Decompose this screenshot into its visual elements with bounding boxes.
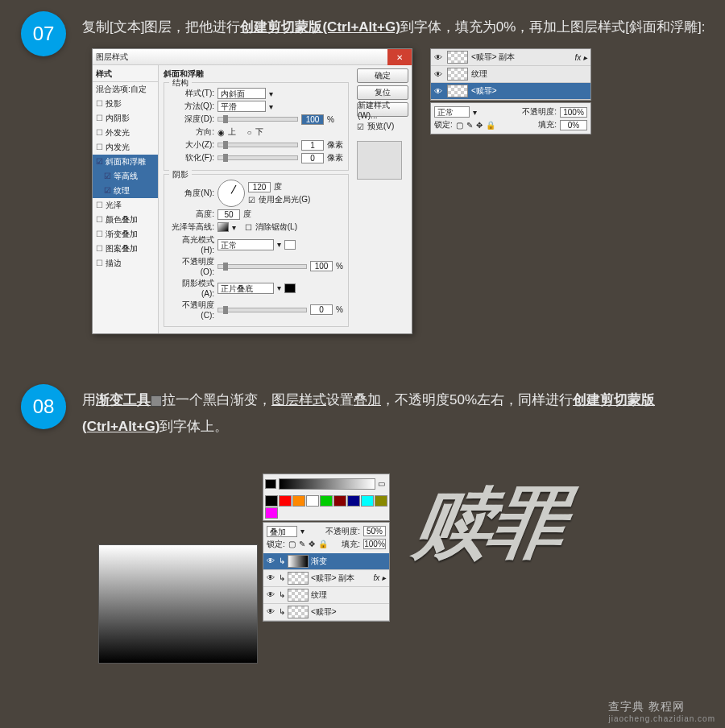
chevron-down-icon[interactable]: ▾ (269, 102, 273, 111)
style-option[interactable]: 斜面和浮雕 (93, 155, 158, 169)
style-option[interactable]: 纹理 (93, 184, 158, 198)
style-option[interactable]: 投影 (93, 97, 158, 111)
dir-down-radio[interactable] (247, 128, 252, 137)
layer-row[interactable]: 👁纹理 (431, 66, 590, 83)
gradient-presets[interactable] (263, 494, 389, 520)
lock-icon[interactable]: ✥ (309, 540, 315, 548)
soft-input[interactable]: 0 (301, 153, 324, 163)
gradient-preset[interactable] (334, 495, 346, 507)
lock-icon[interactable]: ✎ (299, 540, 305, 548)
new-style-button[interactable]: 新建样式(W)... (357, 102, 408, 117)
layer-row[interactable]: 👁<赎罪> 副本fx ▸ (431, 49, 590, 66)
size-input[interactable]: 1 (301, 140, 324, 151)
ok-button[interactable]: 确定 (357, 68, 408, 83)
gradient-preset[interactable] (265, 507, 278, 519)
gradient-preset[interactable] (320, 495, 333, 507)
alt-input[interactable]: 50 (218, 209, 240, 220)
style-option[interactable]: 内阴影 (93, 111, 158, 126)
layer-row[interactable]: 👁<赎罪> (431, 83, 590, 100)
gradient-preset[interactable] (375, 495, 387, 507)
visibility-icon[interactable]: 👁 (267, 607, 276, 616)
lock-icon[interactable]: ▢ (288, 540, 296, 548)
hl-opac-slider[interactable] (218, 264, 307, 269)
angle-dial[interactable] (218, 180, 245, 207)
gloss-contour[interactable] (218, 222, 229, 232)
method-select[interactable]: 平滑 (218, 101, 266, 112)
blendmode-select[interactable]: 叠加 (267, 526, 297, 537)
style-option[interactable]: 图案叠加 (93, 242, 158, 256)
opacity-input[interactable]: 100% (560, 107, 587, 118)
opacity-input[interactable]: 50% (363, 526, 386, 536)
visibility-icon[interactable]: 👁 (267, 556, 276, 565)
step-badge-07: 07 (21, 11, 66, 56)
hl-mode-select[interactable]: 正常 (218, 239, 274, 250)
visibility-icon[interactable]: 👁 (434, 70, 444, 79)
gradient-preset[interactable] (292, 495, 305, 507)
lock-icon[interactable]: ▢ (456, 121, 463, 130)
reset-button[interactable]: 复位 (357, 85, 408, 100)
style-option[interactable]: 光泽 (93, 198, 158, 213)
size-slider[interactable] (218, 143, 298, 147)
chevron-down-icon[interactable]: ▾ (473, 108, 477, 117)
chevron-down-icon[interactable]: ▾ (300, 527, 304, 536)
style-option[interactable]: 颜色叠加 (93, 213, 158, 227)
blendmode-select[interactable]: 正常 (434, 106, 470, 118)
global-light-checkbox[interactable]: ☑ (248, 196, 255, 205)
visibility-icon[interactable]: 👁 (267, 590, 276, 599)
soft-slider[interactable] (218, 155, 298, 160)
t: 渐变工具 (96, 392, 151, 407)
gradient-preset[interactable] (306, 495, 319, 507)
chevron-down-icon[interactable]: ▾ (269, 89, 273, 98)
layer-row[interactable]: 👁↳纹理 (263, 587, 389, 604)
sh-opac-slider[interactable] (218, 308, 307, 312)
gradient-preset[interactable] (361, 495, 374, 507)
step-07-content: 图层样式 ✕ 样式 混合选项:自定 投影内阴影外发光内发光斜面和浮雕等高线纹理光… (92, 48, 706, 334)
style-option[interactable]: 渐变叠加 (93, 227, 158, 242)
sh-mode-select[interactable]: 正片叠底 (218, 283, 274, 294)
style-option[interactable]: 等高线 (93, 169, 158, 184)
clip-arrow-icon: ↳ (279, 607, 285, 616)
visibility-icon[interactable]: 👁 (434, 87, 444, 96)
close-icon[interactable]: ✕ (387, 49, 412, 65)
fg-color[interactable] (265, 479, 276, 489)
lock-icon[interactable]: 🔒 (486, 121, 495, 130)
antialias-checkbox[interactable]: ☐ (245, 223, 252, 232)
layer-row[interactable]: 👁↳<赎罪> 副本fx ▸ (263, 570, 389, 587)
chevron-down-icon[interactable]: ▾ (232, 223, 236, 232)
visibility-icon[interactable]: 👁 (434, 53, 444, 62)
t: 拉一个黑白渐变， (162, 392, 271, 407)
fill-input[interactable]: 100% (363, 539, 386, 549)
depth-input[interactable]: 100 (301, 114, 324, 125)
blend-options[interactable]: 混合选项:自定 (93, 82, 158, 97)
chevron-down-icon[interactable]: ▾ (277, 240, 281, 249)
gradient-strip[interactable] (279, 478, 375, 490)
lock-icon[interactable]: ✎ (466, 121, 473, 130)
lock-icon[interactable]: 🔒 (318, 540, 328, 548)
dir-up-radio[interactable] (218, 128, 225, 137)
style-select[interactable]: 内斜面 (218, 88, 266, 99)
fx-badge[interactable]: fx ▸ (373, 573, 386, 582)
angle-input[interactable]: 120 (248, 182, 271, 192)
layer-row[interactable]: 👁↳<赎罪> (263, 604, 389, 621)
preview-checkbox[interactable]: ☑ (357, 122, 364, 131)
gradient-preset[interactable] (265, 495, 278, 507)
fx-badge[interactable]: fx ▸ (574, 53, 587, 62)
fill-input[interactable]: 0% (560, 120, 587, 130)
hl-opac-input[interactable]: 100 (310, 261, 333, 271)
gradient-type-icon[interactable]: ▭ (378, 479, 385, 488)
sh-color[interactable] (284, 283, 296, 293)
t: 叠加 (354, 392, 381, 407)
lock-icon[interactable]: ✥ (476, 121, 483, 130)
style-option[interactable]: 外发光 (93, 126, 158, 140)
visibility-icon[interactable]: 👁 (267, 573, 276, 582)
gradient-preset[interactable] (347, 495, 360, 507)
style-option[interactable]: 内发光 (93, 140, 158, 155)
hl-color[interactable] (284, 240, 296, 250)
depth-slider[interactable] (218, 117, 298, 122)
gradient-preset[interactable] (279, 495, 292, 507)
chevron-down-icon[interactable]: ▾ (277, 283, 281, 292)
layer-row[interactable]: 👁↳渐变 (263, 553, 389, 570)
style-option[interactable]: 描边 (93, 256, 158, 271)
sh-opac-input[interactable]: 0 (310, 304, 333, 315)
dialog-styles-list[interactable]: 样式 混合选项:自定 投影内阴影外发光内发光斜面和浮雕等高线纹理光泽颜色叠加渐变… (93, 65, 159, 333)
